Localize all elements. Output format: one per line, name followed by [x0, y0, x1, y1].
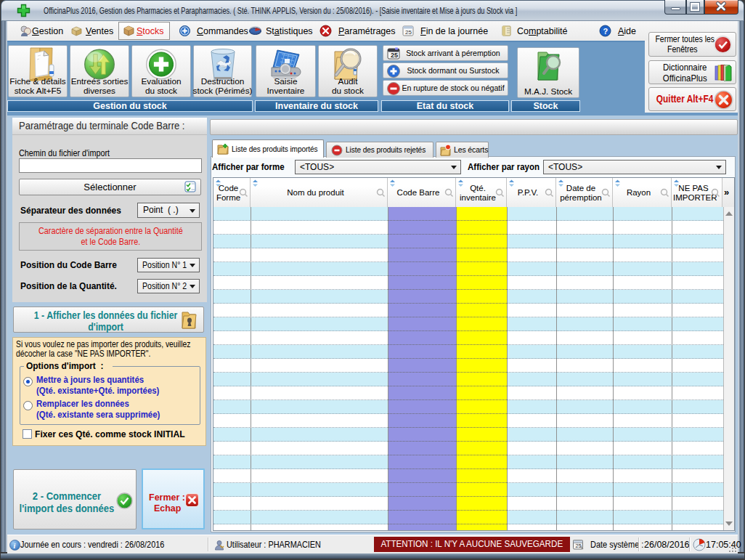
svg-text:25: 25: [576, 543, 582, 549]
svg-text:25: 25: [405, 29, 412, 36]
svg-text:?: ?: [603, 27, 608, 36]
svg-text:i: i: [14, 542, 16, 550]
svg-text:25: 25: [391, 52, 398, 59]
